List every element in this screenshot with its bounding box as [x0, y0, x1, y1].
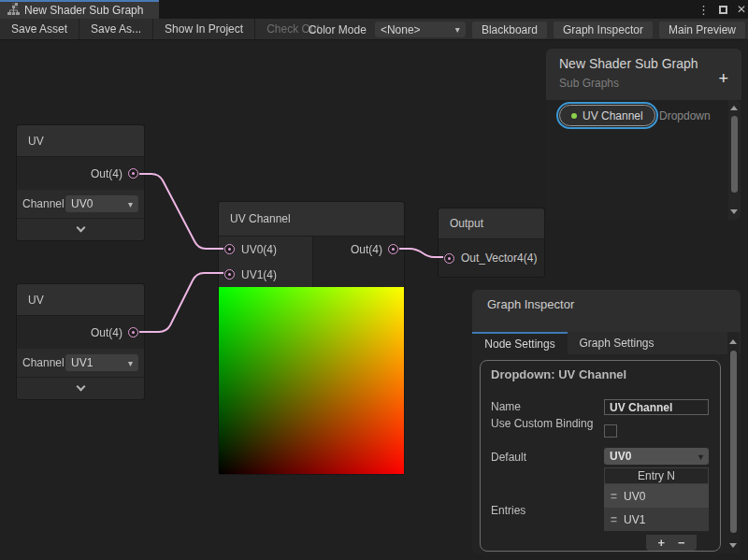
- chevron-down-icon: ▾: [128, 199, 133, 209]
- color-mode-dropdown[interactable]: <None> ▾: [375, 22, 466, 37]
- uv-node-1-out-label: Out(4): [91, 167, 122, 180]
- main-preview-toggle-button[interactable]: Main Preview: [659, 22, 745, 38]
- scroll-down-icon[interactable]: [729, 543, 737, 548]
- chevron-down-icon: ▾: [128, 358, 133, 368]
- scroll-down-icon[interactable]: [730, 209, 738, 214]
- sub-graph-asset-icon: [7, 3, 20, 18]
- blackboard-scrollbar[interactable]: [728, 100, 741, 220]
- tab-title: New Shader Sub Graph: [24, 4, 143, 17]
- graph-inspector-toggle-button[interactable]: Graph Inspector: [554, 22, 653, 38]
- inspector-scroll-thumb[interactable]: [730, 351, 737, 533]
- output-node-title: Output: [439, 208, 544, 239]
- blackboard-title: New Shader Sub Graph: [559, 56, 728, 71]
- uv-node-2-out-port[interactable]: [128, 327, 138, 337]
- entry-row-uv1[interactable]: = UV1: [604, 508, 709, 531]
- drag-handle-icon[interactable]: =: [611, 490, 617, 503]
- uv-node-2-title: UV: [17, 284, 144, 316]
- chevron-down-icon: [76, 382, 85, 392]
- inspector-scrollbar[interactable]: [727, 332, 740, 553]
- output-node-port-label: Out_Vector4(4): [461, 251, 537, 265]
- chevron-down-icon: [76, 223, 85, 233]
- uv-channel-input-uv1-label: UV1(4): [241, 268, 277, 281]
- dropdown-settings-box: Dropdown: UV Channel Name UV Channel Use…: [480, 360, 721, 552]
- tab-graph-settings[interactable]: Graph Settings: [568, 332, 666, 354]
- uv-channel-node[interactable]: UV Channel UV0(4) UV1(4) Out(4): [218, 201, 405, 475]
- uv-node-1-collapse-button[interactable]: [17, 218, 144, 240]
- uv-channel-node-title: UV Channel: [219, 202, 404, 237]
- toolbar: Save Asset Save As... Show In Project Ch…: [0, 19, 748, 40]
- add-property-button[interactable]: +: [718, 69, 728, 89]
- chevron-down-icon: ▾: [698, 452, 703, 462]
- uv-node-1-out-port[interactable]: [128, 168, 138, 179]
- edge-uv2-to-uvchannel[interactable]: [139, 273, 223, 332]
- save-asset-button[interactable]: Save Asset: [0, 19, 79, 39]
- blackboard-toggle-button[interactable]: Blackboard: [472, 22, 547, 38]
- uv-channel-input-uv1-port[interactable]: [224, 269, 235, 280]
- shader-graph-window: New Shader Sub Graph ⋮ ✕ Save Asset Save…: [0, 0, 748, 560]
- section-title: Dropdown: UV Channel: [491, 367, 626, 381]
- remove-entry-button[interactable]: −: [678, 536, 685, 550]
- uv-node-1-channel-dropdown[interactable]: UV0 ▾: [65, 195, 138, 212]
- use-custom-binding-label: Use Custom Binding: [491, 417, 596, 431]
- kebab-menu-icon[interactable]: ⋮: [698, 4, 710, 16]
- name-label: Name: [491, 400, 521, 413]
- default-dropdown[interactable]: UV0 ▾: [604, 448, 709, 465]
- output-node[interactable]: Output Out_Vector4(4): [438, 208, 545, 278]
- property-type-label: Dropdown: [659, 109, 711, 122]
- graph-inspector-title: Graph Inspector: [472, 290, 741, 332]
- name-field[interactable]: UV Channel: [604, 399, 709, 415]
- add-entry-button[interactable]: +: [657, 536, 665, 550]
- property-name: UV Channel: [583, 109, 643, 122]
- default-label: Default: [491, 451, 526, 464]
- uv-node-2[interactable]: UV Out(4) Channel UV1 ▾: [16, 283, 145, 400]
- edge-uv1-to-uvchannel[interactable]: [139, 174, 223, 249]
- color-mode-label: Color Mode: [309, 23, 367, 36]
- uv-gradient-preview: [219, 287, 404, 474]
- tab-bar: New Shader Sub Graph ⋮ ✕: [0, 0, 748, 19]
- property-pill-uv-channel[interactable]: UV Channel: [559, 105, 655, 126]
- drag-handle-icon[interactable]: =: [611, 513, 617, 526]
- blackboard-panel: New Shader Sub Graph Sub Graphs + UV Cha…: [546, 49, 741, 221]
- entries-list: Entry N = UV0 = UV1: [604, 467, 709, 531]
- graph-inspector-panel: Graph Inspector Node Settings Graph Sett…: [472, 290, 741, 553]
- close-icon[interactable]: ✕: [737, 4, 746, 15]
- tab-node-settings[interactable]: Node Settings: [472, 332, 568, 354]
- uv-node-2-collapse-button[interactable]: [17, 377, 144, 399]
- uv-node-2-channel-label: Channel: [22, 356, 64, 369]
- uv-node-2-channel-dropdown[interactable]: UV1 ▾: [65, 354, 138, 371]
- uv-channel-input-uv0-label: UV0(4): [241, 243, 277, 256]
- edge-uvchannel-to-output[interactable]: [399, 249, 443, 257]
- chevron-down-icon: ▾: [455, 24, 460, 35]
- scroll-up-icon[interactable]: [729, 339, 737, 344]
- uv-node-1[interactable]: UV Out(4) Channel UV0 ▾: [16, 124, 145, 241]
- blackboard-scroll-thumb[interactable]: [731, 116, 738, 193]
- uv-channel-out-port[interactable]: [388, 244, 398, 254]
- output-node-input-port[interactable]: [444, 253, 454, 264]
- uv-node-1-channel-label: Channel: [22, 197, 64, 210]
- scroll-up-icon[interactable]: [730, 106, 738, 110]
- entries-label: Entries: [491, 504, 525, 517]
- save-as-button[interactable]: Save As...: [79, 19, 153, 39]
- property-type-dot-icon: [571, 113, 577, 119]
- tab-new-shader-sub-graph[interactable]: New Shader Sub Graph: [0, 0, 159, 19]
- entries-header: Entry N: [604, 467, 709, 484]
- entry-row-uv0[interactable]: = UV0: [604, 484, 709, 508]
- blackboard-subtitle: Sub Graphs: [559, 77, 728, 90]
- use-custom-binding-checkbox[interactable]: [604, 424, 617, 438]
- maximize-icon[interactable]: [719, 6, 727, 14]
- uv-node-1-title: UV: [17, 125, 144, 157]
- uv-node-2-out-label: Out(4): [91, 326, 122, 339]
- show-in-project-button[interactable]: Show In Project: [153, 19, 255, 39]
- uv-channel-input-uv0-port[interactable]: [224, 244, 235, 254]
- uv-channel-out-label: Out(4): [351, 243, 382, 256]
